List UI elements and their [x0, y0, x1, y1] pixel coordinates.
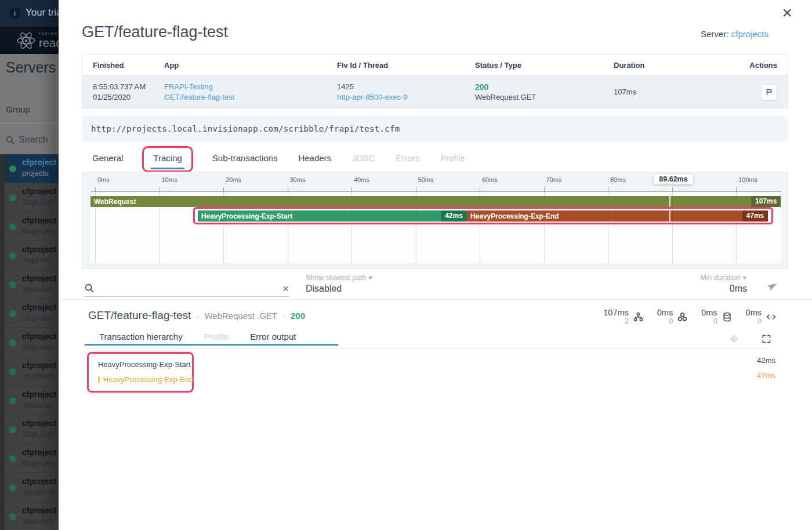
slowest-path-select[interactable]: Show slowest path Disabled — [306, 274, 373, 294]
expand-all-icon[interactable] — [762, 335, 771, 343]
axis-tick-mark — [416, 187, 416, 191]
table-row: 8:55:03.737 AM 01/25/2020 FRAPI-Testing … — [82, 76, 788, 108]
tab-tracing[interactable]: Tracing — [144, 148, 191, 170]
transaction-stats: 107ms20ms00ms00ms0 — [603, 308, 776, 325]
tab-general[interactable]: General — [92, 148, 123, 170]
span-duration-chip: 107ms — [751, 196, 781, 207]
server-list-item[interactable]: cfprojectcfprojects — [5, 357, 59, 386]
server-list-item[interactable]: cfprojectcfapi-dep — [5, 299, 59, 328]
thread-link[interactable]: http-apr-8500-exec-9 — [337, 92, 475, 103]
flv-id: 1425 — [337, 82, 475, 92]
axis-tick-mark — [223, 187, 224, 191]
server-list-item[interactable]: cfprojectcfapi-dep — [5, 328, 59, 357]
server-group: cfapi-dep — [22, 430, 53, 438]
status-dot — [9, 165, 16, 172]
grid-line — [480, 192, 480, 263]
min-duration-label: Min duration — [700, 274, 740, 282]
span-label: HeavyProcessing-Exp-End — [467, 212, 742, 220]
server-name: cfproject — [22, 303, 56, 312]
grid-line — [95, 192, 96, 263]
axis-tick-mark — [672, 187, 673, 191]
server-list-item[interactable]: cfprojectcfapi-dep — [5, 444, 59, 473]
tab-errors[interactable]: Errors — [396, 148, 419, 170]
stat-count: 0 — [657, 318, 673, 326]
tab-profile[interactable]: Profile — [440, 148, 465, 170]
warning-icon: ! — [98, 376, 100, 383]
clear-search-icon[interactable]: × — [282, 282, 289, 295]
trace-span-webrequest[interactable]: WebRequest107ms — [90, 196, 781, 207]
server-group: cfapi-dep — [22, 285, 53, 293]
server-list-item[interactable]: cfprojectprojects — [5, 154, 59, 183]
server-link[interactable]: cfprojects — [731, 29, 768, 39]
server-link-row: Server: cfprojects — [701, 29, 768, 39]
span-label: WebRequest — [90, 198, 751, 206]
flag-icon — [765, 88, 773, 96]
subtab-divider — [85, 348, 770, 349]
axis-tick-label: 40ms — [354, 176, 369, 183]
server-group: cfapi-dep — [22, 227, 53, 235]
server-list-item[interactable]: cfprojectcfapi-dep — [5, 241, 59, 270]
server-list-item[interactable]: cfprojectcfapi-dep — [5, 502, 59, 530]
follow-cursor-icon[interactable] — [767, 282, 777, 292]
sidebar-search-label: Search — [19, 135, 48, 145]
trial-banner-text: Your tria — [26, 7, 59, 19]
status-dot — [9, 194, 16, 201]
cell-status-type: 200 WebRequest.GET — [475, 82, 614, 103]
server-group: cfapi-dep — [22, 343, 53, 351]
trace-span-end[interactable]: HeavyProcessing-Exp-End47ms — [467, 210, 768, 222]
collapse-all-icon[interactable] — [730, 335, 738, 343]
status-dot — [9, 397, 16, 404]
tree-item[interactable]: HeavyProcessing-Exp-Start — [98, 360, 192, 368]
sidebar-search[interactable]: Search — [6, 135, 48, 145]
database-icon — [722, 312, 732, 322]
stack-trace-button[interactable] — [761, 84, 777, 100]
server-name: cfproject — [22, 390, 56, 399]
server-name: cfproject — [22, 187, 56, 196]
status-dot — [9, 310, 16, 317]
stat-cluster: 0ms0 — [657, 308, 687, 325]
server-list-item[interactable]: cfprojectcfapi-dep — [5, 415, 59, 444]
span-label: HeavyProcessing-Exp-Start — [198, 212, 441, 220]
trace-timeline-panel: 0ms10ms20ms30ms40ms50ms60ms70ms80ms90ms1… — [82, 172, 788, 269]
tree-item-duration: 42ms — [757, 356, 775, 371]
server-list: cfprojectprojectscfprojectcfapi-depcfpro… — [5, 154, 59, 530]
tab-jdbc[interactable]: JDBC — [352, 148, 375, 170]
search-icon — [6, 136, 14, 144]
axis-tick-label: 80ms — [610, 176, 626, 183]
hierarchy-durations: 42ms47ms — [757, 356, 775, 386]
server-list-item[interactable]: cfprojectcfapi-dep — [5, 386, 59, 415]
app-transaction-link[interactable]: GET/feature-flag-test — [164, 92, 337, 103]
status-dot — [9, 368, 16, 375]
server-list-item[interactable]: cfprojectcfapi-dep — [5, 212, 59, 241]
app-link[interactable]: FRAPI-Testing — [164, 82, 337, 92]
status-dot — [9, 281, 16, 288]
stat-value: 0ms — [746, 308, 762, 318]
trace-span-start[interactable]: HeavyProcessing-Exp-Start42ms — [198, 210, 467, 222]
tree-item[interactable]: !HeavyProcessing-Exp-End — [98, 375, 192, 383]
tree-item-label: HeavyProcessing-Exp-End — [103, 375, 193, 384]
grid-line — [544, 192, 545, 263]
transaction-name: GET/feature-flag-test — [88, 309, 191, 322]
server-group: cfapi-dep — [22, 459, 53, 467]
grid-line — [160, 192, 160, 263]
axis-tick-mark — [608, 187, 608, 191]
server-list-item[interactable]: cfprojectcfapi-dep — [5, 270, 59, 299]
col-actions: Actions — [737, 61, 777, 70]
server-group: cfapi-dep — [22, 198, 53, 206]
sidebar-heading: Servers — [6, 59, 56, 76]
min-duration-select[interactable]: Min duration 0ms — [700, 274, 747, 294]
trace-search-input[interactable] — [84, 278, 289, 297]
tab-headers[interactable]: Headers — [298, 148, 331, 170]
col-finished: Finished — [93, 61, 164, 70]
server-list-item[interactable]: cfprojectcfprojects — [5, 473, 59, 502]
cell-actions — [737, 84, 777, 100]
code-icon — [766, 312, 776, 322]
stat-hierarchy: 107ms2 — [603, 308, 643, 325]
server-name: cfproject — [22, 274, 56, 283]
server-name: cfproject — [22, 332, 56, 341]
close-icon[interactable]: × — [782, 2, 792, 23]
server-list-item[interactable]: cfprojectcfapi-dep — [5, 183, 59, 212]
tab-sub-transactions[interactable]: Sub-transactions — [212, 148, 278, 170]
server-group: cfprojects — [22, 488, 55, 496]
hierarchy-icon — [633, 312, 643, 322]
